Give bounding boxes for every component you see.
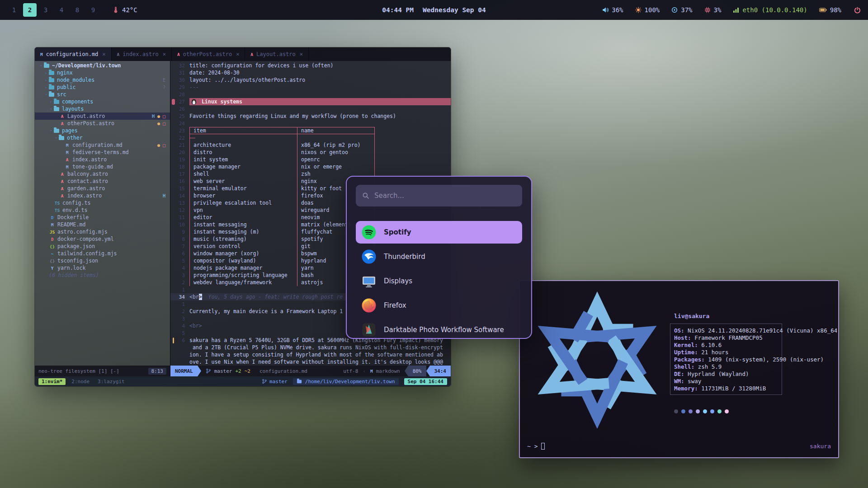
shell-prompt[interactable]: ~ >: [527, 443, 545, 450]
tree-item[interactable]: ▸nginx: [35, 69, 170, 76]
tab-close-icon[interactable]: ×: [102, 51, 105, 57]
tree-item[interactable]: Mconfiguration.md●□: [35, 141, 170, 149]
buffer-line[interactable]: 21architecturex86_64 (rip m2 pro): [170, 141, 451, 149]
tree-item[interactable]: Agarden.astro: [35, 185, 170, 192]
tree-item[interactable]: ▾~/Development/liv.town: [35, 62, 170, 69]
statusline-filename: configuration.md: [255, 366, 312, 376]
line-number: 2: [176, 280, 189, 286]
statusline-right: utf-8 M markdown 80% 34:4: [339, 366, 451, 376]
workspace-button[interactable]: 9: [86, 3, 100, 17]
tree-item[interactable]: {}tsconfig.json: [35, 257, 170, 264]
tree-item-name: other: [67, 135, 83, 141]
table-cell: editor: [189, 214, 297, 221]
tree-item[interactable]: ▾pages: [35, 127, 170, 134]
tree-item[interactable]: Yyarn.lock: [35, 264, 170, 272]
tree-item-name: configuration.md: [72, 142, 123, 148]
line-number: 32: [176, 63, 189, 69]
tree-item[interactable]: ▸components: [35, 98, 170, 105]
table-cell: instant messaging: [189, 221, 297, 228]
launcher-item-spotify[interactable]: Spotify: [356, 221, 522, 244]
tree-item[interactable]: (6 hidden items): [35, 272, 170, 279]
tmux-window-2:node[interactable]: 2:node: [69, 378, 92, 385]
tree-item[interactable]: Ddocker-compose.yml: [35, 235, 170, 243]
tree-item[interactable]: AotherPost.astro●□: [35, 120, 170, 127]
tmux-window-3:lazygit[interactable]: 3:lazygit: [95, 378, 127, 385]
tab-close-icon[interactable]: ×: [236, 51, 239, 57]
file-icon: A: [64, 157, 71, 162]
network-value: eth0 (10.0.0.140): [742, 6, 807, 14]
launcher-item-thunderbird[interactable]: Thunderbird: [356, 245, 522, 268]
buffer-line[interactable]: 23itemname: [170, 127, 451, 134]
tree-item[interactable]: ▾other: [35, 134, 170, 141]
line-number: 11: [176, 215, 189, 221]
file-icon: A: [59, 186, 66, 191]
tree-item-badges: ?: [163, 85, 170, 90]
buffer-line[interactable]: ion. I have a setup consisting of Hyprla…: [170, 351, 451, 358]
table-cell: [297, 134, 375, 141]
buffer-line[interactable]: ove. I use Nix when I need software with…: [170, 358, 451, 366]
folder-icon: [54, 100, 59, 104]
search-input[interactable]: [374, 192, 516, 200]
tree-item-name: Dockerfile: [57, 214, 89, 221]
workspace-button[interactable]: 1: [7, 3, 21, 17]
tab-index.astro[interactable]: Aindex.astro×: [112, 47, 172, 61]
workspace-button[interactable]: 2: [23, 3, 37, 17]
tab-Layout.astro[interactable]: ALayout.astro×: [245, 47, 309, 61]
tree-item[interactable]: Mtone-guide.md: [35, 163, 170, 170]
status-badge: H: [152, 114, 155, 119]
tree-item[interactable]: Aindex.astro: [35, 156, 170, 163]
buffer-line[interactable]: 31date: 2024-08-30: [170, 69, 451, 76]
table-cell: openrc: [297, 156, 375, 163]
tree-item[interactable]: DDockerfile: [35, 214, 170, 221]
power-button[interactable]: [854, 7, 861, 14]
tree-item[interactable]: Acontact.astro: [35, 178, 170, 185]
palette-dot: [725, 409, 729, 413]
tmux-window-1:nvim*[interactable]: 1:nvim*: [38, 378, 66, 385]
folder-icon: [59, 136, 64, 140]
buffer-line[interactable]: 26: [170, 105, 451, 113]
buffer-line[interactable]: 18package managernix or emerge: [170, 163, 451, 170]
tree-item[interactable]: ~tailwind.config.mjs: [35, 250, 170, 257]
tree-item[interactable]: TSconfig.ts: [35, 199, 170, 206]
tree-item[interactable]: Mfediverse-terms.md: [35, 149, 170, 156]
launcher-item-displays[interactable]: Displays: [356, 270, 522, 292]
fetch-user-host: liv@sakura: [674, 313, 709, 319]
buffer-line[interactable]: 32title: configuration for devices i use…: [170, 62, 451, 69]
buffer-line[interactable]: 28: [170, 91, 451, 98]
tree-item[interactable]: ▾layouts: [35, 105, 170, 113]
buffer-line[interactable]: 24: [170, 120, 451, 127]
workspace-button[interactable]: 8: [71, 3, 84, 17]
workspace-button[interactable]: 3: [39, 3, 52, 17]
tree-item[interactable]: TSenv.d.ts: [35, 206, 170, 214]
launcher-item-firefox[interactable]: Firefox: [356, 294, 522, 317]
buffer-line[interactable]: 22: [170, 134, 451, 141]
tab-close-icon[interactable]: ×: [163, 51, 166, 57]
terminal-window[interactable]: liv@sakura OS: NixOS 24.11.20240828.71e9…: [519, 280, 839, 458]
fetch-value: 11731MiB / 31280MiB: [698, 385, 766, 392]
fetch-line: Uptime: 21 hours: [674, 349, 837, 356]
tree-item[interactable]: ▸public?: [35, 84, 170, 91]
buffer-line[interactable]: 19init systemopenrc: [170, 156, 451, 163]
tree-item[interactable]: ▸node_modulesE: [35, 76, 170, 84]
buffer-line[interactable]: 29---: [170, 84, 451, 91]
buffer-line[interactable]: 25Favorite things regarding Linux and my…: [170, 113, 451, 120]
workspace-button[interactable]: 4: [55, 3, 68, 17]
launcher-item-darktable-photo-workflow-software[interactable]: Darktable Photo Workflow Software: [356, 319, 522, 339]
tab-configuration.md[interactable]: Mconfiguration.md×: [35, 47, 112, 61]
tab-close-icon[interactable]: ×: [300, 51, 303, 57]
buffer-line[interactable]: 27 Linux systems: [170, 98, 451, 105]
status-badge: E: [163, 78, 165, 83]
tree-item[interactable]: Abalcony.astro: [35, 170, 170, 178]
buffer-line[interactable]: and a 2TB (Crucial P5 Plus) NVMe drive. …: [170, 344, 451, 351]
line-number: 23: [176, 128, 189, 134]
tree-item[interactable]: {}package.json: [35, 243, 170, 250]
tree-item[interactable]: ▾src: [35, 91, 170, 98]
neotree-position: 8:13: [148, 368, 167, 375]
tree-item[interactable]: JSastro.config.mjs: [35, 228, 170, 235]
tree-item[interactable]: Aindex.astroH: [35, 192, 170, 199]
tab-otherPost.astro[interactable]: AotherPost.astro×: [172, 47, 245, 61]
buffer-line[interactable]: 30layout: ../../layouts/otherPost.astro: [170, 76, 451, 84]
tree-item[interactable]: ALayout.astroH●□: [35, 113, 170, 120]
buffer-line[interactable]: 20distronixos or gentoo: [170, 149, 451, 156]
tree-item[interactable]: MREADME.md: [35, 221, 170, 228]
